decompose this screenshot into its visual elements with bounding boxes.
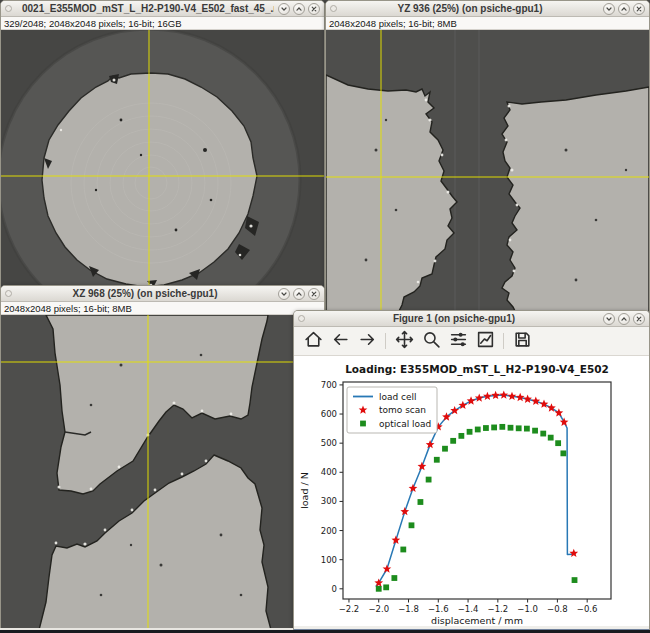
- close-icon: [634, 4, 644, 14]
- series-optical-load-point: [418, 499, 424, 505]
- window-menu-icon[interactable]: [298, 315, 305, 322]
- series-optical-load-point: [376, 586, 382, 592]
- series-tomo-scan-point: [426, 440, 435, 448]
- home-icon: [304, 330, 323, 353]
- subplots-button[interactable]: [447, 330, 469, 352]
- plot-ylabel: load / N: [299, 472, 310, 509]
- window-menu-icon[interactable]: [5, 5, 12, 12]
- pan-icon: [395, 330, 414, 353]
- svg-text:700: 700: [321, 380, 337, 390]
- maximize-button[interactable]: [618, 313, 630, 325]
- save-button[interactable]: [511, 330, 533, 352]
- xy-slice-image[interactable]: [1, 30, 324, 289]
- chevron-down-icon: [604, 314, 614, 324]
- svg-text:−0.8: −0.8: [547, 604, 568, 614]
- close-button[interactable]: [308, 288, 320, 300]
- yz-titlebar[interactable]: YZ 936 (25%) (on psiche-gpu1): [326, 1, 649, 17]
- svg-text:−1.4: −1.4: [458, 604, 479, 614]
- home-button[interactable]: [302, 330, 324, 352]
- forward-button[interactable]: [356, 330, 378, 352]
- chevron-down-icon: [604, 4, 614, 14]
- figure-titlebar[interactable]: Figure 1 (on psiche-gpu1): [294, 311, 649, 327]
- yz-window-controls: [603, 3, 645, 15]
- series-optical-load-point: [426, 477, 432, 483]
- xz-image-info: 2048x2048 pixels; 16-bit; 8MB: [1, 302, 324, 315]
- series-tomo-scan-point: [516, 393, 525, 401]
- svg-text:0: 0: [332, 584, 337, 594]
- shade-button[interactable]: [603, 3, 615, 15]
- close-button[interactable]: [633, 3, 645, 15]
- svg-text:−2.0: −2.0: [368, 604, 389, 614]
- xz-slice-image[interactable]: [1, 315, 324, 630]
- series-optical-load-point: [450, 438, 456, 444]
- close-button[interactable]: [308, 3, 320, 15]
- series-optical-load-point: [483, 425, 489, 431]
- svg-text:500: 500: [321, 438, 337, 448]
- series-optical-load-point: [458, 433, 464, 439]
- chevron-down-icon: [279, 289, 289, 299]
- plot-title: Loading: E355MOD_mST_L_H2-P190-V4_E502: [345, 363, 609, 376]
- svg-text:−1.6: −1.6: [428, 604, 449, 614]
- series-tomo-scan-point: [540, 400, 549, 408]
- xz-titlebar[interactable]: XZ 968 (25%) (on psiche-gpu1): [1, 286, 324, 302]
- window-xy-slice: 0021_E355MOD_mST_L_H2-P190-V4_E502_fast_…: [0, 0, 325, 290]
- pan-button[interactable]: [393, 330, 415, 352]
- chevron-up-icon: [294, 289, 304, 299]
- yz-slice-image[interactable]: [326, 30, 649, 315]
- xz-tomogram: [1, 315, 324, 630]
- window-menu-icon[interactable]: [5, 290, 12, 297]
- figure-canvas[interactable]: −2.2−2.0−1.8−1.6−1.4−1.2−1.0−0.8−0.60100…: [294, 356, 649, 626]
- maximize-button[interactable]: [293, 3, 305, 15]
- back-button[interactable]: [329, 330, 351, 352]
- window-menu-icon[interactable]: [330, 5, 337, 12]
- series-optical-load-point: [499, 424, 505, 430]
- series-optical-load-point: [508, 425, 514, 431]
- forward-icon: [358, 330, 377, 353]
- figure-window-controls: [603, 313, 645, 325]
- axes-icon: [476, 330, 495, 353]
- shade-button[interactable]: [603, 313, 615, 325]
- svg-text:−1.2: −1.2: [488, 604, 509, 614]
- series-optical-load-point: [467, 429, 473, 435]
- svg-text:−0.6: −0.6: [577, 604, 598, 614]
- subplots-icon: [449, 330, 468, 353]
- svg-text:400: 400: [321, 467, 337, 477]
- series-optical-load-point: [391, 575, 397, 581]
- series-tomo-scan-point: [418, 462, 427, 470]
- maximize-button[interactable]: [293, 288, 305, 300]
- close-button[interactable]: [633, 313, 645, 325]
- series-tomo-scan-point: [569, 549, 578, 557]
- figure-toolbar: [294, 327, 649, 356]
- svg-text:300: 300: [321, 496, 337, 506]
- svg-text:200: 200: [321, 526, 337, 536]
- series-optical-load-point: [442, 446, 448, 452]
- series-tomo-scan-point: [523, 395, 532, 403]
- series-optical-load-point: [548, 435, 554, 441]
- series-tomo-scan-point: [531, 397, 540, 405]
- plot-xlabel: displacement / mm: [431, 615, 523, 626]
- zoom-button[interactable]: [420, 330, 442, 352]
- series-optical-load-point: [524, 426, 530, 432]
- shade-button[interactable]: [278, 288, 290, 300]
- series-optical-load-point: [409, 522, 415, 528]
- series-tomo-scan-point: [499, 391, 508, 399]
- save-icon: [513, 330, 532, 353]
- series-optical-load-point: [516, 425, 522, 431]
- axes-button[interactable]: [474, 330, 496, 352]
- chevron-up-icon: [294, 4, 304, 14]
- shade-button[interactable]: [278, 3, 290, 15]
- window-xz-slice: XZ 968 (25%) (on psiche-gpu1) 2048x2048 …: [0, 285, 325, 631]
- series-optical-load-point: [555, 440, 561, 446]
- legend-label: optical load: [379, 419, 431, 429]
- window-yz-slice: YZ 936 (25%) (on psiche-gpu1) 2048x2048 …: [325, 0, 650, 316]
- series-tomo-scan-point: [508, 392, 517, 400]
- series-tomo-scan-point: [475, 393, 484, 401]
- series-tomo-scan-point: [491, 391, 500, 399]
- maximize-button[interactable]: [618, 3, 630, 15]
- xy-titlebar[interactable]: 0021_E355MOD_mST_L_H2-P190-V4_E502_fast_…: [1, 1, 324, 17]
- yz-window-title: YZ 936 (25%) (on psiche-gpu1): [341, 1, 599, 16]
- loading-plot: −2.2−2.0−1.8−1.6−1.4−1.2−1.0−0.8−0.60100…: [294, 356, 649, 626]
- chevron-down-icon: [279, 4, 289, 14]
- series-tomo-scan-point: [555, 408, 564, 416]
- yz-image-info: 2048x2048 pixels; 16-bit; 8MB: [326, 17, 649, 30]
